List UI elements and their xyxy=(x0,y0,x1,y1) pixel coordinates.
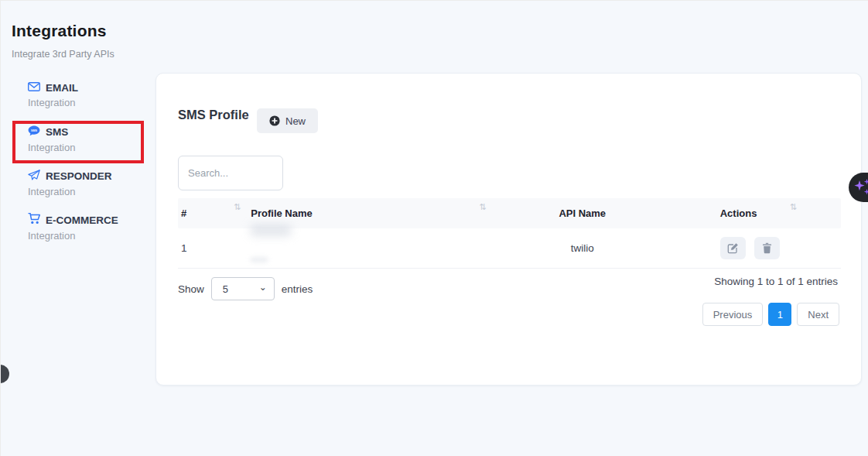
paper-plane-icon xyxy=(28,170,40,183)
sms-profile-card: SMS Profile New # ⇅ Profile Name ⇅ API N… xyxy=(155,73,862,386)
new-profile-button[interactable]: New xyxy=(257,108,318,133)
chat-bubble-icon: SMS xyxy=(28,125,40,139)
sort-icon[interactable]: ⇅ xyxy=(790,202,797,212)
svg-text:SMS: SMS xyxy=(31,129,37,132)
sidebar-item-label: E-COMMERCE xyxy=(46,214,118,226)
showing-entries-text: Showing 1 to 1 of 1 entries xyxy=(714,276,838,287)
trash-icon xyxy=(762,242,772,254)
entries-select[interactable]: 5 xyxy=(211,277,275,300)
sort-icon[interactable]: ⇅ xyxy=(479,202,486,212)
sidebar-item-sms[interactable]: SMS SMS Integration xyxy=(12,125,147,153)
page-subtitle: Integrate 3rd Party APIs xyxy=(12,49,114,60)
page-title: Integrations xyxy=(12,22,107,40)
column-header-api-name[interactable]: API Name xyxy=(490,207,675,219)
sms-profile-table: # ⇅ Profile Name ⇅ API Name Actions ⇅ 1 … xyxy=(178,198,841,269)
row-api-name-cell: twilio xyxy=(490,242,675,254)
shopping-cart-icon xyxy=(28,213,40,227)
sidebar-item-sublabel: Integration xyxy=(28,97,147,108)
page-1-button[interactable]: 1 xyxy=(768,303,791,326)
sidebar-item-sublabel: Integration xyxy=(28,142,147,153)
left-edge-handle[interactable] xyxy=(0,365,9,383)
table-row: 1 twilio xyxy=(178,228,841,269)
search-input[interactable] xyxy=(178,156,283,190)
column-header-index[interactable]: # ⇅ xyxy=(178,207,251,219)
sidebar-item-ecommerce[interactable]: E-COMMERCE Integration xyxy=(12,213,147,242)
new-button-label: New xyxy=(285,115,306,127)
edit-icon xyxy=(727,242,739,254)
row-profile-name-cell xyxy=(251,235,490,262)
pagination: Previous 1 Next xyxy=(702,303,839,326)
plus-circle-icon xyxy=(269,115,280,126)
row-index-cell: 1 xyxy=(178,242,251,254)
sidebar-item-responder[interactable]: RESPONDER Integration xyxy=(12,170,147,197)
redacted-profile-name xyxy=(251,225,291,236)
column-header-profile-name[interactable]: Profile Name ⇅ xyxy=(251,207,490,219)
sidebar-item-email[interactable]: EMAIL Integration xyxy=(12,82,147,108)
sidebar-item-label: SMS xyxy=(46,126,68,138)
previous-page-button[interactable]: Previous xyxy=(702,303,764,326)
entries-label: entries xyxy=(282,283,313,295)
sidebar-item-sublabel: Integration xyxy=(28,230,147,242)
column-header-actions[interactable]: Actions ⇅ xyxy=(675,207,841,219)
show-label: Show xyxy=(178,283,204,295)
sidebar-item-sublabel: Integration xyxy=(28,186,147,197)
edit-button[interactable] xyxy=(720,237,746,259)
envelope-icon xyxy=(28,82,40,94)
redacted-profile-name-smudge xyxy=(251,258,268,262)
next-page-button[interactable]: Next xyxy=(797,303,839,326)
sidebar-item-label: EMAIL xyxy=(46,82,78,94)
row-actions-cell xyxy=(675,237,841,259)
entries-per-page-control: Show 5 ⌄ entries xyxy=(178,277,313,300)
sort-icon[interactable]: ⇅ xyxy=(234,202,241,212)
sparkles-icon xyxy=(854,178,868,197)
delete-button[interactable] xyxy=(754,237,780,259)
sidebar-item-label: RESPONDER xyxy=(46,170,112,182)
panel-title: SMS Profile xyxy=(178,108,249,122)
